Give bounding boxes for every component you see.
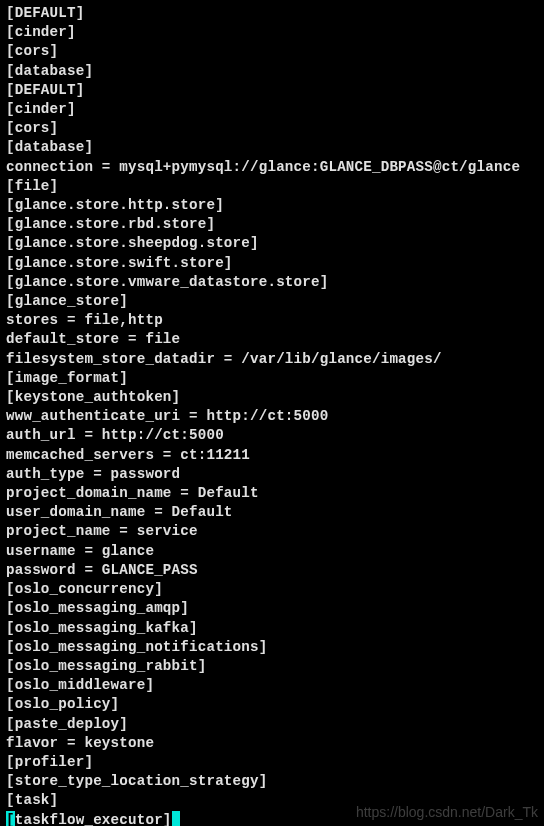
- terminal-line: [task]: [6, 791, 538, 810]
- terminal-line: [oslo_messaging_rabbit]: [6, 657, 538, 676]
- terminal-line: [DEFAULT]: [6, 4, 538, 23]
- terminal-line: auth_type = password: [6, 465, 538, 484]
- terminal-line: password = GLANCE_PASS: [6, 561, 538, 580]
- terminal-line: www_authenticate_uri = http://ct:5000: [6, 407, 538, 426]
- terminal-line: auth_url = http://ct:5000: [6, 426, 538, 445]
- terminal-line: project_domain_name = Default: [6, 484, 538, 503]
- terminal-line: [cinder]: [6, 100, 538, 119]
- terminal-line: [oslo_policy]: [6, 695, 538, 714]
- terminal-line: [cors]: [6, 42, 538, 61]
- terminal-line: [file]: [6, 177, 538, 196]
- terminal-output[interactable]: [DEFAULT][cinder][cors][database][DEFAUL…: [0, 0, 544, 826]
- terminal-line: [glance_store]: [6, 292, 538, 311]
- terminal-line: memcached_servers = ct:11211: [6, 446, 538, 465]
- cursor-line-text: taskflow_executor]: [15, 812, 172, 826]
- terminal-line: project_name = service: [6, 522, 538, 541]
- terminal-line: [oslo_messaging_amqp]: [6, 599, 538, 618]
- terminal-line: [glance.store.swift.store]: [6, 254, 538, 273]
- terminal-cursor: [172, 811, 181, 826]
- terminal-line: [profiler]: [6, 753, 538, 772]
- terminal-line: [glance.store.vmware_datastore.store]: [6, 273, 538, 292]
- terminal-line: [cinder]: [6, 23, 538, 42]
- terminal-line: user_domain_name = Default: [6, 503, 538, 522]
- terminal-line: [oslo_middleware]: [6, 676, 538, 695]
- terminal-line: [cors]: [6, 119, 538, 138]
- terminal-cursor-line: [taskflow_executor]: [6, 811, 538, 826]
- terminal-line: [glance.store.http.store]: [6, 196, 538, 215]
- terminal-line: [oslo_concurrency]: [6, 580, 538, 599]
- cursor-line-open-bracket: [: [6, 811, 15, 826]
- terminal-line: [store_type_location_strategy]: [6, 772, 538, 791]
- terminal-line: filesystem_store_datadir = /var/lib/glan…: [6, 350, 538, 369]
- terminal-line: [DEFAULT]: [6, 81, 538, 100]
- terminal-line: flavor = keystone: [6, 734, 538, 753]
- terminal-line: [keystone_authtoken]: [6, 388, 538, 407]
- terminal-line: default_store = file: [6, 330, 538, 349]
- terminal-line: [database]: [6, 62, 538, 81]
- terminal-line: [glance.store.rbd.store]: [6, 215, 538, 234]
- terminal-line: [glance.store.sheepdog.store]: [6, 234, 538, 253]
- terminal-line: [image_format]: [6, 369, 538, 388]
- terminal-line: connection = mysql+pymysql://glance:GLAN…: [6, 158, 538, 177]
- terminal-line: [oslo_messaging_kafka]: [6, 619, 538, 638]
- terminal-line: stores = file,http: [6, 311, 538, 330]
- terminal-line: [database]: [6, 138, 538, 157]
- terminal-line: [oslo_messaging_notifications]: [6, 638, 538, 657]
- terminal-line: [paste_deploy]: [6, 715, 538, 734]
- terminal-line: username = glance: [6, 542, 538, 561]
